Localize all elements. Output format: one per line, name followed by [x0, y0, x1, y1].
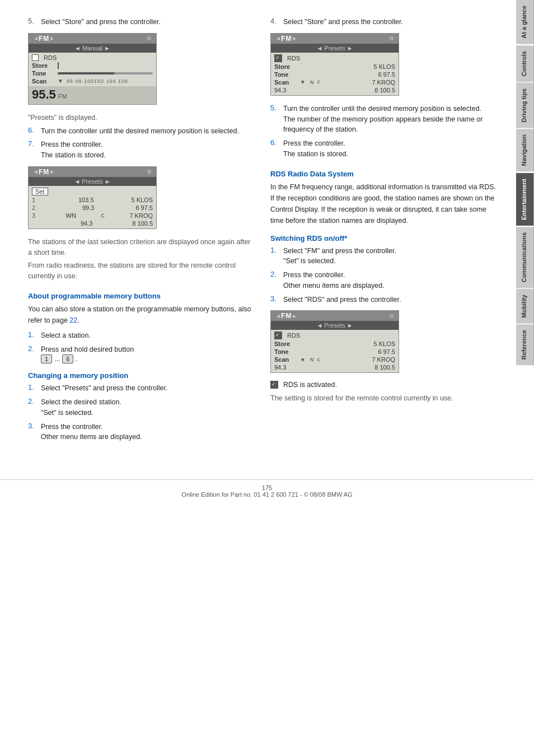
page-number: 175 — [262, 484, 272, 491]
button-sequence: 1 ... 6 — [41, 354, 73, 363]
step-4-right-text: Select "Store" and press the controller. — [283, 17, 403, 27]
left-column: 5. Select "Store" and press the controll… — [28, 17, 254, 446]
display-icon-3: ⚙ — [389, 35, 394, 41]
preset-station-4: 8 100.5 — [132, 220, 153, 227]
rds-body: In the FM frequency range, additional in… — [270, 181, 496, 226]
prog-step-text-1: Select a station. — [41, 330, 91, 341]
preset-num-1: 1 — [32, 197, 41, 203]
radio-display-4-wrap: ◄ FM ► ⚙ ◄ Presets ► RDS Store 5 KLOS — [270, 310, 496, 373]
footer-text: Online Edition for Part no. 01 41 2 600 … — [181, 491, 352, 498]
change-step-text-2: Select the desired station."Set" is sele… — [41, 398, 121, 417]
last-freq-4: 94.3 — [274, 364, 286, 371]
radio-rows-4: RDS Store 5 KLOS Tone 6 97.5 Scan ▼ N — [271, 330, 399, 372]
step-6-right-text: Press the controller.The station is stor… — [283, 139, 348, 158]
right-column: 4. Select "Store" and press the controll… — [270, 17, 496, 446]
preset-freq-4: 94.3 — [81, 220, 92, 227]
scan-sub-3: N — [310, 80, 314, 85]
switch-step-2: 2. Press the controller.Other menu items… — [270, 270, 496, 291]
prog-step-num-2: 2. — [28, 344, 38, 353]
scan-label-4: Scan — [274, 356, 297, 363]
scan-value-3: 7 KROQ — [372, 79, 395, 86]
rds-activated-icon — [270, 381, 278, 389]
switch-step-num-1: 1. — [270, 246, 280, 254]
freq-bar-1 — [58, 72, 153, 74]
display-icon-1: ⚙ — [147, 35, 152, 41]
scan-sub2-4: C — [317, 357, 320, 362]
rds-checkbox-1 — [32, 54, 39, 61]
switch-step-num-2: 2. — [270, 270, 280, 278]
radio-top-bar-2: ◄ FM ► ⚙ — [29, 167, 156, 177]
page-footer: 175 Online Edition for Part no. 01 41 2 … — [0, 479, 534, 498]
btn-box-1: 1 — [41, 354, 52, 363]
tone-label-1: Tone — [32, 70, 54, 77]
scan-arrow-1: ▼ — [58, 78, 63, 84]
tone-label-3: Tone — [274, 71, 297, 78]
rds-label-3: RDS — [287, 55, 300, 62]
sidebar-item-driving-tips[interactable]: Driving tips — [516, 83, 534, 128]
last-freq-3: 94.3 — [274, 87, 286, 94]
step-5-right: 5. Turn the controller until the desired… — [270, 104, 496, 135]
rds-activated-text: RDS is activated. — [283, 381, 337, 389]
radio-row-store-3: Store 5 KLOS — [271, 63, 399, 71]
right-arrow-4: ► — [292, 313, 297, 319]
set-box: Set — [32, 188, 48, 195]
radio-row-scan-1: Scan ▼ 96 98 100102 104 106 — [29, 77, 156, 85]
scan-value-4: 7 KROQ — [372, 356, 395, 363]
page-link-22[interactable]: 22 — [69, 316, 77, 324]
preset-station-2: 6 97.5 — [135, 204, 153, 211]
switch-step-num-3: 3. — [270, 295, 280, 303]
step-4-right: 4. Select "Store" and press the controll… — [270, 17, 496, 27]
sidebar-item-navigation[interactable]: Navigation — [516, 129, 534, 171]
sidebar-item-mobility[interactable]: Mobility — [516, 289, 534, 324]
sidebar-item-reference[interactable]: Reference — [516, 324, 534, 365]
scan-label-3: Scan — [274, 79, 297, 86]
radio-display-1-wrap: ◄ FM ► ⚙ ◄ Manual ► RDS Store — [28, 33, 254, 105]
radio-top-bar-1: ◄ FM ► ⚙ — [29, 34, 156, 44]
radio-nav-bar-1: ◄ Manual ► — [29, 44, 156, 53]
step-6-left: 6. Turn the controller until the desired… — [28, 126, 254, 137]
radio-row-scan-3: Scan ▼ N C 7 KROQ — [271, 78, 399, 86]
store-value-4: 5 KLOS — [373, 340, 395, 347]
store-label-1: Store — [32, 62, 54, 69]
step-5-top-text: Select "Store" and press the controller. — [41, 17, 161, 27]
btn-ellipsis: ... — [54, 355, 60, 363]
prog-step-num-1: 1. — [28, 330, 38, 339]
change-step-num-2: 2. — [28, 397, 38, 405]
sidebar-item-at-a-glance[interactable]: At a glance — [516, 0, 534, 44]
step-7-left-sub: The station is stored. — [41, 151, 106, 159]
radio-row-scan-4: Scan ▼ N C 7 KROQ — [271, 356, 399, 363]
sidebar-item-controls[interactable]: Controls — [516, 45, 534, 82]
switch-step-3: 3. Select "RDS" and press the controller… — [270, 295, 496, 305]
change-step-text-1: Select "Presets" and press the controlle… — [41, 383, 167, 394]
radio-row-last-3: 94.3 8 100.5 — [271, 86, 399, 94]
programmable-body: You can also store a station on the prog… — [28, 304, 254, 326]
fm-label-2: FM — [39, 168, 49, 176]
rds-check-4 — [274, 332, 282, 339]
freq-sub-1: FM — [58, 93, 67, 100]
left-arrow-2: ◄ — [33, 169, 39, 175]
section-heading-changing: Changing a memory position — [28, 371, 254, 380]
step-7-left-text: Press the controller. — [41, 141, 102, 148]
preset-row-3: 3 WN C 7 KROQ — [29, 212, 156, 220]
change-step-3: 3. Press the controller.Other menu items… — [28, 422, 254, 443]
switch-step-text-2: Press the controller.Other menu items ar… — [283, 271, 385, 290]
step-num-7-left: 7. — [28, 139, 38, 148]
note-presets: "Presets" is displayed. — [28, 113, 254, 123]
sidebar-item-communications[interactable]: Communications — [516, 227, 534, 288]
preset-num-3: 3 — [32, 212, 41, 219]
side-tabs: At a glance Controls Driving tips Naviga… — [513, 0, 534, 756]
radio-row-tone-1: Tone — [29, 69, 156, 77]
step-num-4-right: 4. — [270, 17, 280, 25]
sidebar-item-entertainment[interactable]: Entertainment — [516, 173, 534, 226]
preset-station-3: 7 KROQ — [129, 212, 153, 219]
fm-label-3: FM — [281, 35, 292, 43]
step-6-left-text: Turn the controller until the desired me… — [41, 126, 239, 137]
scan-arrow-3: ▼ — [300, 79, 306, 85]
radio-display-2-wrap: ◄ FM ► ⚙ ◄ Presets ► Set 1 103.5 5 KLOS — [28, 166, 254, 229]
preset-row-4: 94.3 8 100.5 — [29, 220, 156, 227]
right-arrow-2: ► — [49, 169, 55, 175]
step-num-6-right: 6. — [270, 138, 280, 147]
left-arrow-1: ◄ — [33, 35, 39, 41]
prog-step-1: 1. Select a station. — [28, 330, 254, 341]
radio-rows-1: RDS Store Tone Scan ▼ — [29, 53, 156, 86]
